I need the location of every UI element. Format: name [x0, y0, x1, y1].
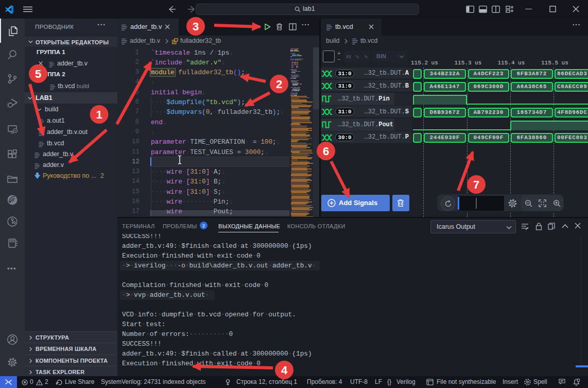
svg-text:1: 1: [96, 108, 102, 121]
svg-text:7: 7: [473, 178, 479, 191]
svg-text:6: 6: [323, 145, 329, 158]
svg-text:2: 2: [276, 78, 282, 91]
svg-text:5: 5: [35, 68, 41, 80]
svg-text:4: 4: [281, 364, 288, 377]
svg-text:3: 3: [193, 20, 199, 33]
